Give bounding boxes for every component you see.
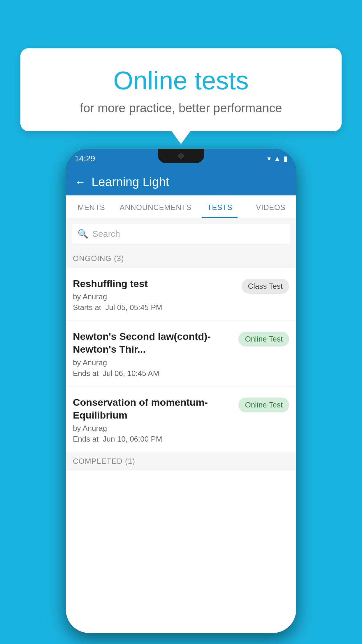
signal-icon: ▲ [274, 155, 281, 163]
test-author-3: by Anurag [73, 424, 234, 433]
status-bar: 14:29 ▾ ▲ ▮ [66, 149, 296, 169]
tab-videos[interactable]: VIDEOS [245, 195, 296, 218]
search-bar[interactable]: 🔍 Search [72, 224, 290, 244]
status-time: 14:29 [75, 154, 95, 163]
app-header: ← Learning Light [66, 169, 296, 195]
notch [158, 149, 204, 163]
test-item-1[interactable]: Reshuffling test by Anurag Starts at Jul… [66, 268, 296, 321]
test-badge-1: Class Test [242, 279, 289, 294]
test-time-1: Starts at Jul 05, 05:45 PM [73, 303, 237, 312]
status-icons: ▾ ▲ ▮ [267, 155, 287, 163]
test-badge-3: Online Test [238, 398, 289, 412]
promo-bubble: Online tests for more practice, better p… [20, 48, 342, 131]
app-title: Learning Light [92, 175, 169, 189]
tab-announcements[interactable]: ANNOUNCEMENTS [117, 195, 194, 218]
test-author-1: by Anurag [73, 292, 237, 301]
test-list: Reshuffling test by Anurag Starts at Jul… [66, 268, 296, 633]
promo-title: Online tests [35, 66, 327, 95]
camera-dot [178, 153, 184, 159]
promo-subtitle: for more practice, better performance [35, 101, 327, 115]
test-name-1: Reshuffling test [73, 277, 237, 290]
search-container: 🔍 Search [66, 218, 296, 249]
test-name-3: Conservation of momentum-Equilibrium [73, 396, 234, 421]
test-time-3: Ends at Jun 10, 06:00 PM [73, 435, 234, 444]
test-item-3[interactable]: Conservation of momentum-Equilibrium by … [66, 386, 296, 452]
test-author-2: by Anurag [73, 358, 234, 367]
completed-section-header: COMPLETED (1) [66, 452, 296, 470]
search-icon: 🔍 [78, 229, 88, 239]
ongoing-section-header: ONGOING (3) [66, 249, 296, 268]
wifi-icon: ▾ [267, 155, 271, 163]
search-input[interactable]: Search [92, 229, 120, 239]
tab-tests[interactable]: TESTS [194, 195, 245, 218]
phone-screen: ← Learning Light MENTS ANNOUNCEMENTS TES… [66, 169, 296, 633]
test-info-2: Newton's Second law(contd)-Newton's Thir… [73, 330, 234, 378]
back-button[interactable]: ← [75, 176, 86, 188]
test-name-2: Newton's Second law(contd)-Newton's Thir… [73, 330, 234, 356]
battery-icon: ▮ [284, 155, 287, 163]
tab-ments[interactable]: MENTS [66, 195, 117, 218]
test-item-2[interactable]: Newton's Second law(contd)-Newton's Thir… [66, 321, 296, 386]
test-badge-2: Online Test [238, 332, 289, 346]
test-info-3: Conservation of momentum-Equilibrium by … [73, 396, 234, 444]
tab-bar: MENTS ANNOUNCEMENTS TESTS VIDEOS [66, 195, 296, 218]
test-info-1: Reshuffling test by Anurag Starts at Jul… [73, 277, 237, 312]
phone-frame: 14:29 ▾ ▲ ▮ ← Learning Light MENTS ANNOU… [66, 149, 296, 633]
test-time-2: Ends at Jul 06, 10:45 AM [73, 369, 234, 378]
